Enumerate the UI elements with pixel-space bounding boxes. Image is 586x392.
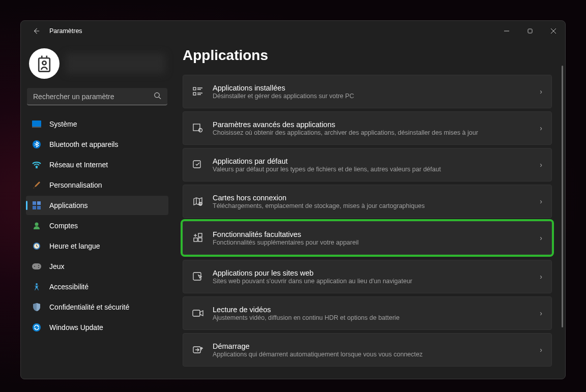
card-video-playback[interactable]: Lecture de vidéos Ajustements vidéo, dif… (183, 296, 552, 330)
card-offline-maps[interactable]: Cartes hors connexion Téléchargements, e… (183, 185, 552, 218)
window-body: Système Bluetooth et appareils Réseau et… (21, 41, 565, 379)
games-icon (32, 262, 41, 271)
settings-window: Paramètres (20, 20, 566, 379)
card-title: Cartes hors connexion (213, 194, 531, 202)
chevron-right-icon: › (540, 124, 542, 132)
sidebar-item-system[interactable]: Système (26, 114, 168, 134)
sidebar-item-label: Windows Update (49, 323, 103, 331)
svg-rect-39 (198, 238, 202, 242)
apps-icon (32, 201, 41, 210)
chevron-right-icon: › (540, 273, 542, 281)
sidebar-item-applications[interactable]: Applications (26, 196, 168, 215)
card-desc: Applications qui démarrent automatiqueme… (213, 351, 531, 358)
sidebar-item-games[interactable]: Jeux (26, 257, 168, 276)
svg-rect-43 (193, 273, 201, 280)
website-icon (192, 271, 203, 282)
window-title: Paramètres (49, 27, 82, 35)
card-title: Paramètres avancés des applications (213, 120, 531, 129)
scrollbar-thumb[interactable] (562, 66, 563, 327)
feature-icon (192, 232, 203, 244)
shield-icon (32, 303, 41, 312)
sidebar-item-label: Applications (49, 201, 88, 209)
svg-rect-14 (33, 206, 36, 209)
chevron-right-icon: › (540, 234, 542, 242)
svg-rect-38 (194, 238, 197, 242)
list-icon (192, 86, 203, 97)
settings-app-icon (192, 123, 203, 134)
update-icon (32, 323, 41, 332)
card-desc: Désinstaller et gérer des applications s… (213, 93, 531, 100)
sidebar-item-label: Jeux (49, 262, 65, 270)
svg-rect-28 (193, 93, 196, 95)
sidebar-item-update[interactable]: Windows Update (26, 318, 168, 337)
sidebar-item-accounts[interactable]: Comptes (26, 216, 168, 235)
page-title: Applications (183, 47, 552, 64)
video-icon (192, 308, 203, 319)
sidebar-item-label: Confidentialité et sécurité (49, 303, 129, 311)
scrollbar[interactable] (562, 66, 563, 374)
chevron-right-icon: › (540, 346, 542, 354)
svg-rect-8 (32, 120, 41, 127)
svg-line-7 (159, 97, 161, 99)
card-startup[interactable]: Démarrage Applications qui démarrent aut… (183, 333, 552, 367)
sidebar-item-network[interactable]: Réseau et Internet (26, 155, 168, 174)
window-controls (495, 21, 565, 41)
card-text: Applications installées Désinstaller et … (213, 84, 531, 100)
sidebar-item-bluetooth[interactable]: Bluetooth et appareils (26, 135, 168, 154)
bluetooth-icon (32, 140, 41, 149)
card-optional-features[interactable]: Fonctionnalités facultatives Fonctionnal… (183, 221, 552, 255)
back-button[interactable] (29, 24, 43, 38)
sidebar-item-label: Comptes (49, 222, 78, 230)
card-title: Démarrage (213, 342, 531, 350)
card-text: Fonctionnalités facultatives Fonctionnal… (213, 230, 531, 246)
main-content: Applications Applications installées Dés… (173, 41, 565, 379)
sidebar-item-accessibility[interactable]: Accessibilité (26, 277, 168, 296)
close-button[interactable] (542, 21, 565, 41)
chevron-right-icon: › (540, 197, 542, 205)
system-icon (32, 119, 41, 129)
svg-point-5 (42, 61, 46, 65)
svg-rect-44 (193, 310, 200, 316)
user-name-blur (66, 53, 165, 74)
card-title: Applications pour les sites web (213, 269, 531, 277)
maximize-button[interactable] (518, 21, 542, 41)
svg-rect-33 (193, 161, 200, 168)
svg-point-23 (36, 283, 38, 285)
card-desc: Valeurs par défaut pour les types de fic… (213, 166, 531, 173)
chevron-right-icon: › (540, 309, 542, 317)
sidebar-item-label: Système (49, 120, 77, 128)
card-installed-apps[interactable]: Applications installées Désinstaller et … (183, 75, 552, 108)
accessibility-icon (32, 282, 41, 291)
sidebar-item-time[interactable]: Heure et langue (26, 236, 168, 256)
svg-rect-19 (32, 263, 41, 269)
sidebar-item-label: Bluetooth et appareils (49, 140, 118, 148)
card-desc: Fonctionnalités supplémentaires pour vot… (213, 239, 531, 246)
default-app-icon (192, 159, 203, 170)
card-text: Applications pour les sites web Sites we… (213, 269, 531, 285)
search-input[interactable] (27, 88, 167, 105)
svg-rect-15 (37, 206, 41, 209)
sidebar-item-privacy[interactable]: Confidentialité et sécurité (26, 297, 168, 317)
card-default-apps[interactable]: Applications par défaut Valeurs par défa… (183, 148, 552, 182)
card-apps-for-websites[interactable]: Applications pour les sites web Sites we… (183, 260, 552, 293)
startup-icon (192, 344, 203, 355)
svg-point-11 (36, 167, 37, 168)
svg-point-21 (38, 265, 39, 266)
card-desc: Téléchargements, emplacement de stockage… (213, 202, 531, 209)
map-icon (192, 196, 203, 207)
svg-point-16 (35, 223, 39, 226)
sidebar-item-label: Accessibilité (49, 283, 89, 291)
card-advanced-app-settings[interactable]: Paramètres avancés des applications Choi… (183, 111, 552, 145)
svg-rect-40 (198, 233, 202, 237)
card-text: Démarrage Applications qui démarrent aut… (213, 342, 531, 358)
sidebar-item-personalization[interactable]: Personnalisation (26, 175, 168, 195)
card-desc: Sites web pouvant s'ouvrir dans une appl… (213, 278, 531, 285)
svg-point-22 (38, 267, 39, 268)
sidebar-item-label: Réseau et Internet (49, 161, 108, 169)
user-profile[interactable] (26, 45, 168, 88)
search-box[interactable] (27, 88, 167, 105)
minimize-button[interactable] (495, 21, 518, 41)
search-icon (154, 92, 161, 102)
time-icon (32, 242, 41, 251)
card-text: Lecture de vidéos Ajustements vidéo, dif… (213, 306, 531, 321)
